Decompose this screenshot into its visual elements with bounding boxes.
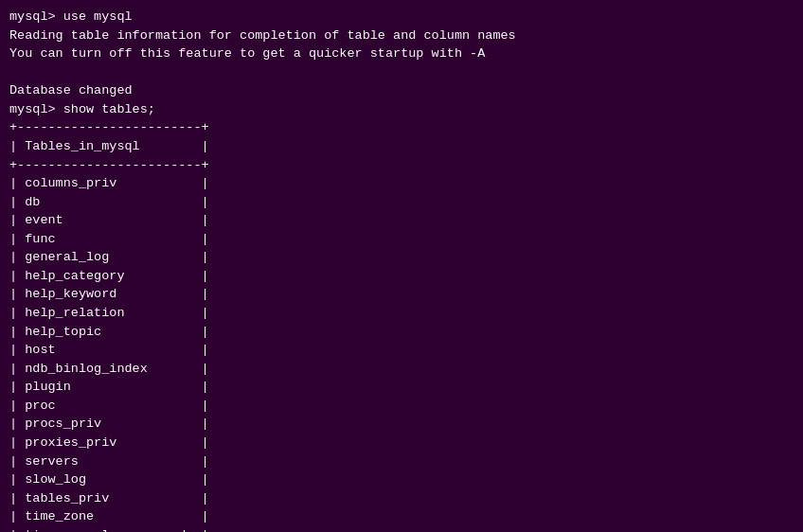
row-servers: | servers | (9, 452, 794, 471)
prompt-2: mysql> show tables; (9, 102, 155, 116)
row-columns-priv: | columns_priv | (9, 174, 794, 193)
row-host: | host | (9, 341, 794, 360)
row-time-zone-leap-second: | time_zone_leap_second | (9, 526, 794, 532)
line-1: mysql> use mysql (9, 8, 794, 27)
row-proc: | proc | (9, 397, 794, 416)
prompt-1: mysql> use mysql (9, 9, 133, 24)
row-help-topic: | help_topic | (9, 323, 794, 342)
row-help-category: | help_category | (9, 267, 794, 286)
sep-top: +------------------------+ (9, 118, 794, 137)
row-time-zone: | time_zone | (9, 507, 794, 526)
row-db: | db | (9, 193, 794, 212)
row-plugin: | plugin | (9, 378, 794, 397)
line-2: Reading table information for completion… (9, 27, 794, 45)
line-3: You can turn off this feature to get a q… (9, 44, 794, 63)
row-proxies-priv: | proxies_priv | (9, 434, 794, 452)
terminal-window[interactable]: mysql> use mysql Reading table informati… (0, 0, 803, 532)
row-general-log: | general_log | (9, 248, 794, 267)
header-row: | Tables_in_mysql | (9, 137, 794, 156)
line-5: mysql> show tables; (9, 100, 794, 119)
row-tables-priv: | tables_priv | (9, 489, 794, 508)
row-ndb-binlog-index: | ndb_binlog_index | (9, 360, 794, 379)
empty-1 (9, 63, 794, 82)
row-procs-priv: | procs_priv | (9, 415, 794, 434)
row-slow-log: | slow_log | (9, 470, 794, 489)
row-func: | func | (9, 230, 794, 249)
row-help-keyword: | help_keyword | (9, 285, 794, 304)
row-event: | event | (9, 211, 794, 230)
line-4: Database changed (9, 81, 794, 100)
row-help-relation: | help_relation | (9, 304, 794, 323)
sep-mid: +------------------------+ (9, 156, 794, 175)
